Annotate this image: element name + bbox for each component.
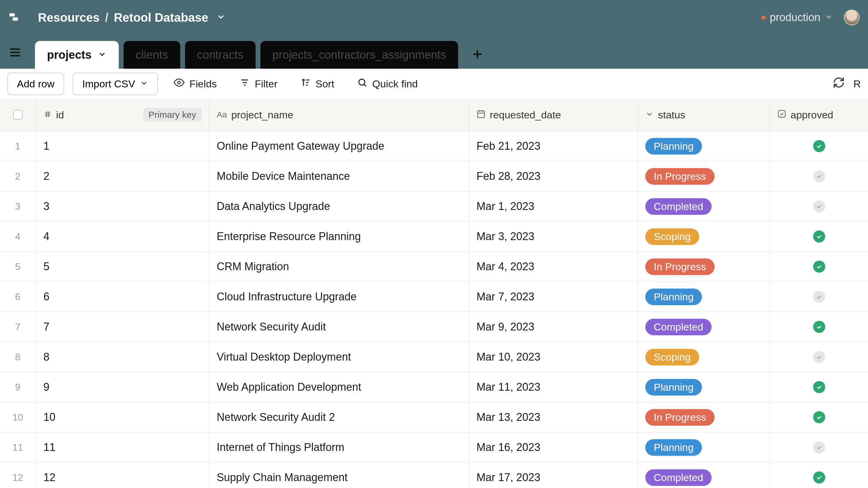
cell-project-name[interactable]: Enterprise Resource Planning — [210, 222, 469, 251]
tab-projects_contractors_assignments[interactable]: projects_contractors_assignments — [260, 41, 458, 69]
chevron-down-icon[interactable] — [216, 11, 226, 24]
table-row[interactable]: 33Data Analytics UpgradeMar 1, 2023Compl… — [0, 192, 868, 222]
cell-status[interactable]: Planning — [638, 282, 770, 312]
column-header-approved[interactable]: approved — [770, 99, 868, 131]
cell-requested-date[interactable]: Feb 21, 2023 — [469, 131, 638, 161]
table-row[interactable]: 88Virtual Desktop DeploymentMar 10, 2023… — [0, 342, 868, 372]
quick-find-button[interactable]: Quick find — [350, 77, 425, 90]
cell-requested-date[interactable]: Mar 7, 2023 — [469, 282, 638, 312]
cell-requested-date[interactable]: Mar 16, 2023 — [469, 432, 638, 462]
table-row[interactable]: 99Web Application DevelopmentMar 11, 202… — [0, 372, 868, 402]
column-header-project-name[interactable]: Aa project_name — [210, 99, 469, 131]
tab-projects[interactable]: projects — [35, 41, 119, 69]
cell-status[interactable]: Planning — [638, 131, 770, 161]
refresh-label-partial[interactable]: R — [853, 78, 861, 90]
cell-project-name[interactable]: Mobile Device Maintenance — [210, 161, 469, 191]
cell-status[interactable]: Scoping — [638, 222, 770, 251]
cell-approved[interactable] — [770, 192, 868, 221]
cell-approved[interactable] — [770, 432, 868, 462]
cell-status[interactable]: In Progress — [638, 161, 770, 191]
cell-status[interactable]: In Progress — [638, 402, 770, 432]
cell-status[interactable]: In Progress — [638, 252, 770, 281]
cell-approved[interactable] — [770, 252, 868, 281]
table-row[interactable]: 44Enterprise Resource PlanningMar 3, 202… — [0, 222, 868, 252]
avatar[interactable] — [844, 10, 860, 25]
table-row[interactable]: 22Mobile Device MaintenanceFeb 28, 2023I… — [0, 161, 868, 192]
column-header-requested-date[interactable]: requested_date — [469, 99, 638, 131]
cell-approved[interactable] — [770, 342, 868, 372]
add-tab-button[interactable] — [471, 48, 484, 63]
environment-selector[interactable]: production — [761, 11, 833, 24]
cell-id[interactable]: 1 — [36, 131, 210, 161]
hamburger-menu-icon[interactable] — [8, 46, 22, 61]
table-row[interactable]: 1212Supply Chain ManagementMar 17, 2023C… — [0, 463, 868, 488]
table-row[interactable]: 77Network Security AuditMar 9, 2023Compl… — [0, 312, 868, 342]
table-row[interactable]: 55CRM MigrationMar 4, 2023In Progress — [0, 252, 868, 282]
cell-project-name[interactable]: Web Application Development — [210, 372, 469, 402]
cell-requested-date[interactable]: Mar 9, 2023 — [469, 312, 638, 341]
cell-status[interactable]: Completed — [638, 312, 770, 341]
cell-requested-date[interactable]: Mar 10, 2023 — [469, 342, 638, 372]
breadcrumb-root[interactable]: Resources — [38, 11, 100, 24]
cell-approved[interactable] — [770, 161, 868, 191]
cell-approved[interactable] — [770, 372, 868, 402]
cell-id[interactable]: 10 — [36, 402, 210, 432]
fields-button[interactable]: Fields — [166, 77, 224, 90]
cell-id[interactable]: 2 — [36, 161, 210, 191]
cell-requested-date[interactable]: Mar 4, 2023 — [469, 252, 638, 281]
column-header-id[interactable]: id Primary key — [36, 99, 210, 131]
add-row-button[interactable]: Add row — [7, 73, 64, 95]
sort-button[interactable]: Sort — [293, 77, 341, 90]
cell-approved[interactable] — [770, 282, 868, 312]
cell-id[interactable]: 6 — [36, 282, 210, 312]
cell-project-name[interactable]: Virtual Desktop Deployment — [210, 342, 469, 372]
cell-requested-date[interactable]: Mar 17, 2023 — [469, 463, 638, 488]
cell-id[interactable]: 4 — [36, 222, 210, 251]
table-row[interactable]: 11Online Payment Gateway UpgradeFeb 21, … — [0, 131, 868, 161]
cell-status[interactable]: Planning — [638, 432, 770, 462]
cell-id[interactable]: 9 — [36, 372, 210, 402]
cell-approved[interactable] — [770, 222, 868, 251]
cell-id[interactable]: 8 — [36, 342, 210, 372]
cell-project-name[interactable]: CRM Migration — [210, 252, 469, 281]
cell-status[interactable]: Completed — [638, 192, 770, 221]
table-row[interactable]: 1111Internet of Things PlatformMar 16, 2… — [0, 432, 868, 463]
cell-status[interactable]: Scoping — [638, 342, 770, 372]
cell-project-name[interactable]: Internet of Things Platform — [210, 432, 469, 462]
cell-requested-date[interactable]: Mar 13, 2023 — [469, 402, 638, 432]
refresh-icon[interactable] — [833, 76, 845, 91]
tab-contracts[interactable]: contracts — [185, 41, 255, 69]
cell-requested-date[interactable]: Mar 11, 2023 — [469, 372, 638, 402]
status-badge: Planning — [645, 289, 702, 305]
cell-requested-date[interactable]: Mar 3, 2023 — [469, 222, 638, 251]
table-row[interactable]: 66Cloud Infrastructure UpgradeMar 7, 202… — [0, 282, 868, 312]
breadcrumb-current[interactable]: Retool Database — [114, 11, 208, 24]
filter-button[interactable]: Filter — [232, 77, 285, 90]
column-header-status[interactable]: status — [638, 99, 770, 131]
cell-id[interactable]: 12 — [36, 463, 210, 488]
table-row[interactable]: 1010Network Security Audit 2Mar 13, 2023… — [0, 402, 868, 432]
import-csv-button[interactable]: Import CSV — [73, 73, 158, 95]
cell-project-name[interactable]: Cloud Infrastructure Upgrade — [210, 282, 469, 312]
cell-approved[interactable] — [770, 463, 868, 488]
cell-requested-date[interactable]: Mar 1, 2023 — [469, 192, 638, 221]
tab-clients[interactable]: clients — [124, 41, 180, 69]
cell-project-name[interactable]: Supply Chain Management — [210, 463, 469, 488]
cell-id[interactable]: 7 — [36, 312, 210, 341]
app-logo-icon[interactable] — [8, 11, 21, 24]
cell-approved[interactable] — [770, 131, 868, 161]
select-all-checkbox[interactable] — [13, 110, 23, 120]
cell-project-name[interactable]: Online Payment Gateway Upgrade — [210, 131, 469, 161]
cell-requested-date[interactable]: Feb 28, 2023 — [469, 161, 638, 191]
cell-status[interactable]: Completed — [638, 463, 770, 488]
cell-project-name[interactable]: Network Security Audit — [210, 312, 469, 341]
approved-check-icon — [813, 230, 825, 242]
cell-project-name[interactable]: Data Analytics Upgrade — [210, 192, 469, 221]
cell-id[interactable]: 5 — [36, 252, 210, 281]
cell-id[interactable]: 3 — [36, 192, 210, 221]
cell-status[interactable]: Planning — [638, 372, 770, 402]
cell-approved[interactable] — [770, 402, 868, 432]
cell-approved[interactable] — [770, 312, 868, 341]
cell-project-name[interactable]: Network Security Audit 2 — [210, 402, 469, 432]
cell-id[interactable]: 11 — [36, 432, 210, 462]
